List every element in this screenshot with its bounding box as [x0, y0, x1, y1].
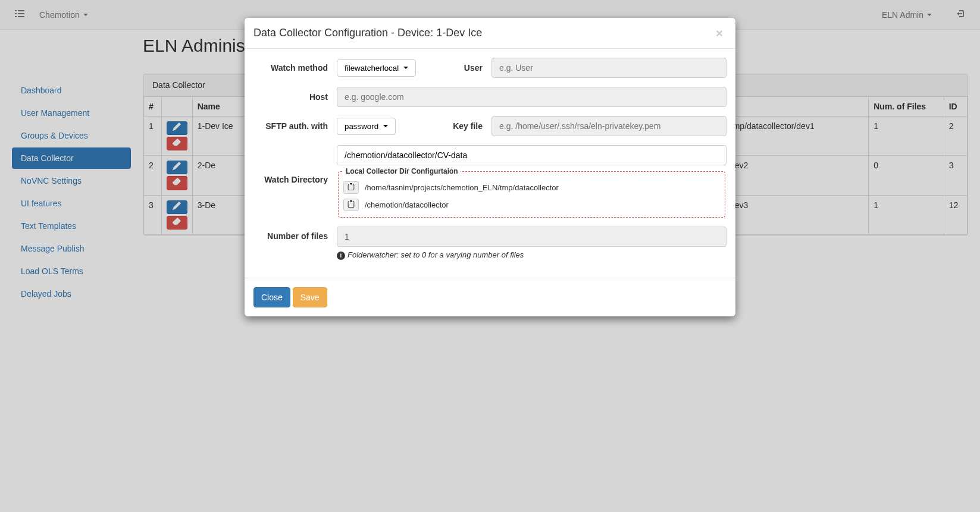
- save-button[interactable]: Save: [293, 287, 327, 307]
- local-dir-path: /chemotion/datacollector: [365, 200, 449, 209]
- modal-title: Data Collector Configuration - Device: 1…: [253, 27, 727, 39]
- watch-dir-input[interactable]: [337, 145, 727, 165]
- sftp-auth-label: SFTP auth. with: [253, 121, 331, 131]
- config-modal: Data Collector Configuration - Device: 1…: [245, 18, 735, 312]
- paste-button[interactable]: [343, 199, 359, 211]
- num-files-input: [337, 227, 727, 247]
- caret-down-icon: [383, 125, 388, 127]
- watch-dir-label: Watch Directory: [253, 145, 331, 184]
- paste-button[interactable]: [343, 181, 359, 194]
- close-icon[interactable]: ×: [712, 26, 727, 41]
- modal-backdrop: Data Collector Configuration - Device: 1…: [0, 0, 980, 312]
- local-dir-row: /home/tasnim/projects/chemotion_ELN/tmp/…: [343, 179, 720, 196]
- user-label: User: [444, 63, 486, 73]
- key-file-input: [491, 116, 727, 136]
- user-input: [491, 58, 727, 78]
- local-dir-path: /home/tasnim/projects/chemotion_ELN/tmp/…: [365, 183, 559, 192]
- clipboard-icon: [347, 183, 355, 192]
- host-input: [337, 87, 727, 107]
- sftp-auth-dropdown[interactable]: password: [337, 118, 396, 135]
- close-button[interactable]: Close: [253, 287, 290, 307]
- num-files-label: Number of files: [253, 227, 331, 241]
- sftp-auth-value: password: [345, 122, 378, 131]
- watch-method-label: Watch method: [253, 63, 331, 73]
- local-dir-row: /chemotion/datacollector: [343, 196, 720, 213]
- local-dir-legend: Local Collector Dir Configurtaion: [343, 167, 461, 175]
- clipboard-icon: [347, 200, 355, 209]
- caret-down-icon: [403, 67, 408, 69]
- num-files-help: Folderwatcher: set to 0 for a varying nu…: [347, 250, 524, 259]
- key-file-label: Key file: [444, 121, 486, 131]
- watch-method-dropdown[interactable]: filewatcherlocal: [337, 59, 416, 77]
- watch-method-value: filewatcherlocal: [345, 64, 399, 73]
- host-label: Host: [253, 92, 331, 102]
- local-dir-config: Local Collector Dir Configurtaion /home/…: [338, 167, 725, 218]
- info-icon: i: [337, 252, 345, 260]
